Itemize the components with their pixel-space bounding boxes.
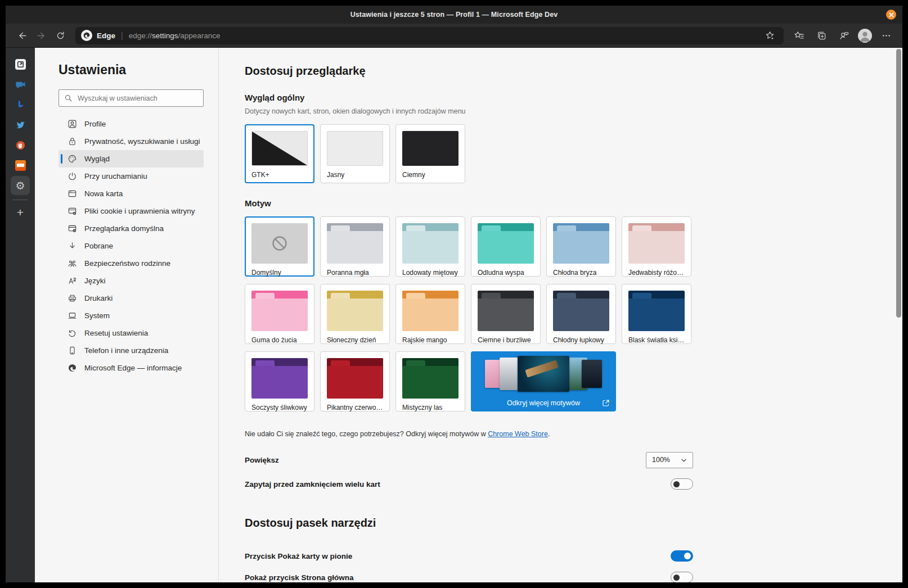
collections-button[interactable]	[813, 27, 830, 44]
news-app-tab[interactable]	[11, 156, 30, 175]
settings-tab-active[interactable]: ⚙	[11, 176, 30, 195]
appearance-option-gtk[interactable]: GTK+	[245, 124, 314, 183]
theme-preview	[327, 223, 383, 264]
theme-label: Słoneczny dzień	[327, 336, 383, 344]
profile-avatar[interactable]	[858, 29, 872, 43]
sidebar-item-appearance[interactable]: Wygląd	[59, 150, 204, 168]
news-app-icon	[15, 160, 26, 171]
theme-label: Lodowaty miętowy	[402, 269, 459, 277]
theme-card[interactable]: Pikantny czerwony	[320, 351, 390, 411]
ask-before-closing-label: Zapytaj przed zamknięciem wielu kart	[245, 480, 380, 489]
no-theme-icon	[270, 234, 289, 253]
sidebar-item-default-browser[interactable]: Przeglądarka domyślna	[59, 220, 204, 237]
add-favorite-icon	[765, 30, 775, 41]
search-icon	[64, 94, 73, 102]
appearance-option-jasny[interactable]: Jasny	[320, 124, 390, 183]
settings-menu-button[interactable]	[878, 27, 894, 44]
site-brand: Edge	[97, 31, 115, 40]
bing-tab[interactable]	[11, 95, 30, 114]
sidebar-item-label: Profile	[84, 120, 106, 128]
close-button[interactable]	[886, 10, 896, 20]
sidebar-item-system[interactable]: System	[59, 307, 204, 324]
sidebar-item-languages[interactable]: Języki	[59, 272, 204, 290]
settings-sidebar: Ustawienia ProfilePrywatność, wyszukiwan…	[35, 48, 218, 582]
reload-button[interactable]	[52, 27, 69, 44]
theme-label: Guma do żucia	[251, 336, 308, 344]
appearance-option-ciemny[interactable]: Ciemny	[395, 124, 465, 183]
theme-card[interactable]: Mistyczny las	[395, 351, 465, 411]
sidebar-item-edge-logo[interactable]: Microsoft Edge — informacje	[59, 359, 204, 377]
pinned-app-tab[interactable]	[11, 55, 30, 74]
appearance-option-label: Jasny	[327, 171, 383, 179]
tabstrip-divider	[12, 200, 28, 200]
toolbar-section-title: Dostosuj pasek narzędzi	[245, 517, 693, 530]
home-button-toggle[interactable]	[671, 572, 693, 582]
sidebar-item-label: Przeglądarka domyślna	[84, 224, 164, 233]
theme-card[interactable]: Blask światła księż…	[622, 284, 691, 344]
chrome-web-store-link[interactable]: Chrome Web Store	[488, 430, 548, 438]
window-title: Ustawienia i jeszcze 5 stron — Profil 1 …	[350, 11, 558, 19]
theme-card[interactable]: Soczysty śliwkowy	[245, 351, 314, 411]
theme-card[interactable]: Rajskie mango	[395, 284, 465, 344]
reload-icon	[56, 31, 65, 40]
forward-button[interactable]	[33, 27, 50, 44]
settings-search[interactable]	[59, 89, 204, 107]
edge-logo-icon	[68, 363, 77, 373]
theme-card[interactable]: Guma do żucia	[245, 284, 314, 344]
address-bar[interactable]: Edge | edge://settings/appearance	[75, 27, 784, 44]
cookies-icon	[68, 206, 77, 216]
sidebar-item-downloads[interactable]: Pobrane	[59, 237, 204, 255]
theme-card[interactable]: Lodowaty miętowy	[395, 216, 465, 277]
ask-before-closing-toggle[interactable]	[671, 478, 693, 490]
scrollbar-thumb[interactable]	[896, 49, 901, 318]
browser-window: Ustawienia i jeszcze 5 stron — Profil 1 …	[6, 6, 902, 582]
discover-more-themes-label: Odkryj więcej motywów	[471, 399, 616, 407]
sidebar-item-family[interactable]: Bezpieczeństwo rodzinne	[59, 255, 204, 272]
downloads-icon	[68, 241, 77, 251]
sidebar-item-profile[interactable]: Profile	[59, 115, 204, 133]
new-tab-button[interactable]: +	[11, 204, 30, 221]
sidebar-item-printers[interactable]: Drukarki	[59, 290, 204, 307]
settings-title: Ustawienia	[59, 62, 218, 78]
theme-label: Jedwabisty różowy	[628, 269, 685, 277]
theme-label: Ciemne i burzliwe	[478, 336, 534, 344]
default-browser-icon	[68, 224, 77, 233]
add-favorite-button[interactable]	[761, 27, 778, 44]
favorites-button[interactable]	[790, 27, 807, 44]
sidebar-item-label: Microsoft Edge — informacje	[84, 364, 182, 372]
collections-icon	[816, 30, 827, 41]
theme-card[interactable]: Ciemne i burzliwe	[471, 284, 541, 344]
duckduckgo-tab[interactable]	[11, 135, 30, 155]
theme-label: Odludna wyspa	[478, 269, 534, 277]
theme-card[interactable]: Chłodny łupkowy	[546, 284, 616, 344]
appearance-option-label: GTK+	[251, 171, 308, 179]
theme-card[interactable]: Jedwabisty różowy	[622, 216, 691, 277]
sidebar-item-cookies[interactable]: Pliki cookie i uprawnienia witryny	[59, 202, 204, 220]
startup-icon	[68, 171, 77, 181]
sidebar-item-phone[interactable]: Telefon i inne urządzenia	[59, 342, 204, 359]
theme-card[interactable]: Słoneczny dzień	[320, 284, 390, 344]
appearance-preview	[327, 131, 383, 166]
sidebar-item-privacy[interactable]: Prywatność, wyszukiwanie i usługi	[59, 133, 204, 150]
theme-preview	[553, 291, 609, 331]
theme-card[interactable]: Chłodna bryza	[546, 216, 616, 277]
theme-card[interactable]: Domyślny	[245, 216, 314, 277]
phone-icon	[68, 346, 77, 355]
theme-card[interactable]: Poranna mgła	[320, 216, 390, 277]
feedback-button[interactable]	[835, 27, 852, 44]
theme-card[interactable]: Odludna wyspa	[471, 216, 541, 277]
search-input[interactable]	[78, 94, 198, 102]
discover-more-themes-card[interactable]: Odkryj więcej motywów	[471, 351, 616, 411]
sidebar-item-reset[interactable]: Resetuj ustawienia	[59, 324, 204, 342]
sidebar-item-new-tab[interactable]: Nowa karta	[59, 185, 204, 202]
duckduckgo-icon	[15, 140, 26, 151]
url-text: edge://settings/appearance	[129, 31, 221, 40]
twitter-icon	[15, 120, 26, 130]
zoom-dropdown[interactable]: 100%	[646, 452, 693, 468]
sidebar-item-startup[interactable]: Przy uruchamianiu	[59, 168, 204, 185]
back-button[interactable]	[14, 27, 30, 44]
theme-label: Chłodny łupkowy	[553, 336, 609, 344]
vertical-tabs-toggle[interactable]	[671, 550, 693, 562]
video-app-tab[interactable]	[11, 75, 30, 94]
twitter-tab[interactable]	[11, 115, 30, 134]
